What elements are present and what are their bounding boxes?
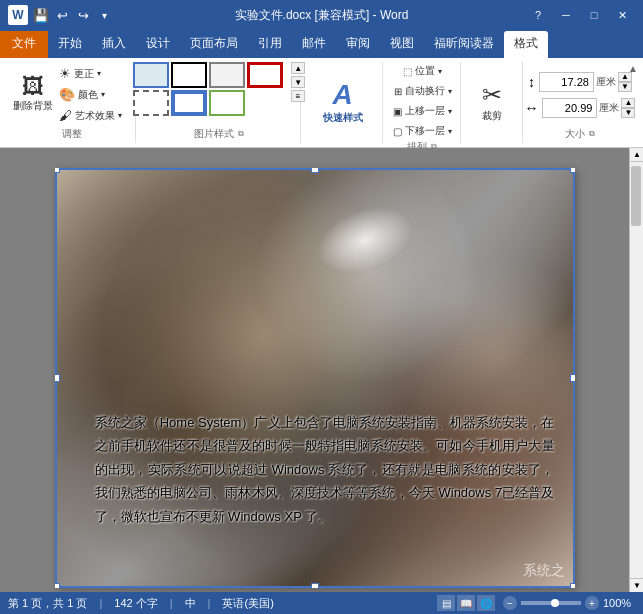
- style-item-7[interactable]: [209, 90, 245, 116]
- crop-button[interactable]: ✂ 裁剪: [475, 74, 509, 130]
- status-bar: 第 1 页，共 1 页 | 142 个字 | 中 | 英语(美国) ▤ 📖 🌐 …: [0, 592, 643, 614]
- tab-layout[interactable]: 页面布局: [180, 31, 248, 58]
- zoom-slider[interactable]: [521, 601, 581, 605]
- scroll-down-button[interactable]: ▼: [630, 578, 643, 592]
- correct-button[interactable]: ☀ 更正 ▾: [54, 64, 127, 83]
- picture-styles-label: 图片样式 ⧉: [146, 127, 292, 143]
- quick-styles-icon: A: [333, 79, 353, 111]
- ribbon-group-adjust: 🖼 删除背景 ☀ 更正 ▾ 🎨 颜色 ▾ �: [8, 62, 136, 143]
- read-mode-button[interactable]: 📖: [457, 595, 475, 611]
- width-up-button[interactable]: ▲: [621, 98, 635, 108]
- minimize-button[interactable]: ─: [553, 5, 579, 25]
- backward-button[interactable]: ▢ 下移一层 ▾: [388, 122, 457, 140]
- size-content: ↕ 厘米 ▲ ▼ ↔ 厘米 ▲ ▼: [533, 62, 627, 127]
- sep-1: |: [99, 597, 102, 609]
- color-arrow: ▾: [101, 90, 105, 99]
- position-button[interactable]: ⬚ 位置 ▾: [398, 62, 447, 80]
- picture-styles-arrow[interactable]: ⧉: [238, 129, 244, 139]
- sep-3: |: [208, 597, 211, 609]
- crop-content: ✂ 裁剪: [471, 62, 514, 141]
- customize-icon[interactable]: ▾: [95, 6, 113, 24]
- correct-label: 更正: [74, 67, 94, 81]
- style-item-5[interactable]: [133, 90, 169, 116]
- width-spinner: ▲ ▼: [621, 98, 635, 118]
- quick-styles-label: 快速样式: [323, 111, 363, 125]
- selection-handle-tl[interactable]: [55, 168, 60, 173]
- size-group-label: 大小 ⧉: [533, 127, 627, 143]
- tab-view[interactable]: 视图: [380, 31, 424, 58]
- size-arrow[interactable]: ⧉: [589, 129, 595, 139]
- ribbon-group-arrange: ⬚ 位置 ▾ ⊞ 自动换行 ▾ ▣ 上移一层 ▾ ▢ 下移一层 ▾: [385, 62, 461, 143]
- remove-background-button[interactable]: 🖼 删除背景: [16, 67, 50, 123]
- selection-handle-br[interactable]: [570, 583, 575, 588]
- tab-design[interactable]: 设计: [136, 31, 180, 58]
- art-effect-button[interactable]: 🖌 艺术效果 ▾: [54, 106, 127, 125]
- height-input[interactable]: [539, 72, 594, 92]
- tab-foxit[interactable]: 福昕阅读器: [424, 31, 504, 58]
- word-count: 142 个字: [114, 596, 157, 611]
- zoom-level[interactable]: 100%: [603, 597, 635, 609]
- adjust-small-buttons: ☀ 更正 ▾ 🎨 颜色 ▾ 🖌 艺术效果 ▾: [54, 64, 127, 125]
- undo-icon[interactable]: ↩: [53, 6, 71, 24]
- main-area: 系统之家（Home System）广义上包含了电脑系统安装指南、机器系统安装，在…: [0, 148, 643, 592]
- width-down-button[interactable]: ▼: [621, 108, 635, 118]
- style-item-2[interactable]: [171, 62, 207, 88]
- help-button[interactable]: ?: [525, 5, 551, 25]
- window-controls: ? ─ □ ✕: [525, 5, 635, 25]
- tab-start[interactable]: 开始: [48, 31, 92, 58]
- quick-styles-group-label: [311, 141, 374, 143]
- redo-icon[interactable]: ↪: [74, 6, 92, 24]
- scroll-up-button[interactable]: ▲: [630, 148, 643, 162]
- print-layout-button[interactable]: ▤: [437, 595, 455, 611]
- tab-format[interactable]: 格式: [504, 31, 548, 58]
- selection-handle-tr[interactable]: [570, 168, 575, 173]
- ribbon-tabs: 文件 开始 插入 设计 页面布局 引用 邮件 审阅 视图 福昕阅读器 格式: [0, 30, 643, 58]
- height-down-button[interactable]: ▼: [618, 82, 632, 92]
- style-item-6[interactable]: [171, 90, 207, 116]
- style-item-4[interactable]: [247, 62, 283, 88]
- tab-reference[interactable]: 引用: [248, 31, 292, 58]
- zoom-out-button[interactable]: −: [503, 596, 517, 610]
- vertical-scrollbar[interactable]: ▲ ▼: [629, 148, 643, 592]
- height-icon: ↕: [528, 74, 535, 90]
- close-button[interactable]: ✕: [609, 5, 635, 25]
- tab-mail[interactable]: 邮件: [292, 31, 336, 58]
- quick-styles-content: A 快速样式: [311, 62, 374, 141]
- web-layout-button[interactable]: 🌐: [477, 595, 495, 611]
- maximize-button[interactable]: □: [581, 5, 607, 25]
- tab-insert[interactable]: 插入: [92, 31, 136, 58]
- ribbon-group-size: ↕ 厘米 ▲ ▼ ↔ 厘米 ▲ ▼: [525, 62, 635, 143]
- page-info: 第 1 页，共 1 页: [8, 596, 87, 611]
- save-icon[interactable]: 💾: [32, 6, 50, 24]
- selection-handle-ml[interactable]: [55, 374, 60, 382]
- height-unit: 厘米: [596, 75, 616, 89]
- wrap-text-button[interactable]: ⊞ 自动换行 ▾: [389, 82, 457, 100]
- color-button[interactable]: 🎨 颜色 ▾: [54, 85, 127, 104]
- height-input-row: ↕ 厘米 ▲ ▼: [528, 72, 632, 92]
- ribbon-group-picture-styles: ▲ ▼ ≡ 图片样式 ⧉: [138, 62, 301, 143]
- quick-styles-button[interactable]: A 快速样式: [316, 74, 370, 130]
- watermark: 系统之: [523, 562, 565, 580]
- correct-icon: ☀: [59, 66, 71, 81]
- window-title: 实验文件.docx [兼容模式] - Word: [235, 7, 409, 24]
- selection-handle-tc[interactable]: [311, 168, 319, 173]
- document-wrapper: 系统之家（Home System）广义上包含了电脑系统安装指南、机器系统安装，在…: [0, 148, 629, 592]
- style-item-3[interactable]: [209, 62, 245, 88]
- zoom-in-button[interactable]: +: [585, 596, 599, 610]
- selection-handle-bc[interactable]: [311, 583, 319, 588]
- ribbon-collapse-button[interactable]: ▲: [623, 58, 643, 78]
- selection-handle-mr[interactable]: [570, 374, 575, 382]
- view-buttons: ▤ 📖 🌐: [437, 595, 495, 611]
- selection-handle-bl[interactable]: [55, 583, 60, 588]
- scroll-thumb[interactable]: [631, 166, 641, 226]
- width-input[interactable]: [542, 98, 597, 118]
- style-item-1[interactable]: [133, 62, 169, 88]
- picture-styles-content: ▲ ▼ ≡: [146, 62, 292, 127]
- tab-review[interactable]: 审阅: [336, 31, 380, 58]
- sep-2: |: [170, 597, 173, 609]
- art-icon: 🖌: [59, 108, 72, 123]
- forward-button[interactable]: ▣ 上移一层 ▾: [388, 102, 457, 120]
- styles-row-1: [133, 62, 283, 88]
- tab-file[interactable]: 文件: [0, 31, 48, 58]
- remove-bg-icon: 🖼: [22, 76, 44, 98]
